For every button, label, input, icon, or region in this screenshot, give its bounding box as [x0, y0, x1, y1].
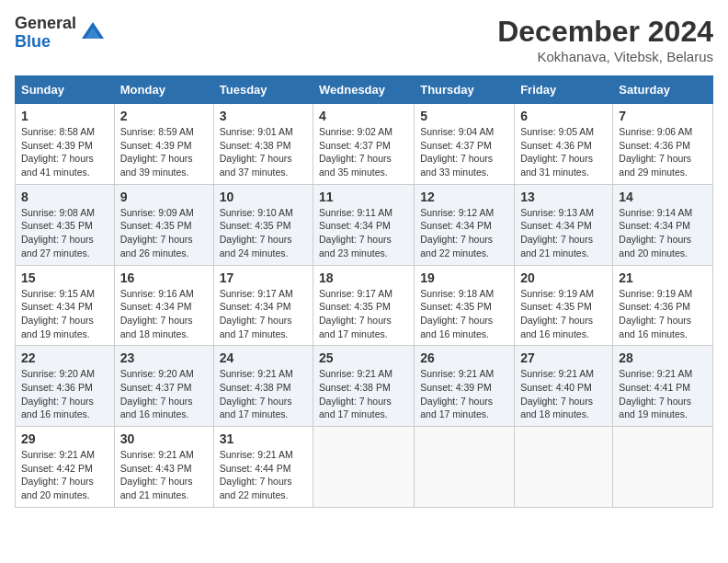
- calendar-day-cell: 14 Sunrise: 9:14 AMSunset: 4:34 PMDaylig…: [613, 184, 713, 265]
- day-info: Sunrise: 9:14 AMSunset: 4:34 PMDaylight:…: [619, 206, 707, 260]
- calendar-week-row: 29 Sunrise: 9:21 AMSunset: 4:42 PMDaylig…: [16, 427, 713, 508]
- day-info: Sunrise: 9:13 AMSunset: 4:34 PMDaylight:…: [520, 206, 607, 260]
- calendar-day-cell: 6 Sunrise: 9:05 AMSunset: 4:36 PMDayligh…: [515, 104, 613, 185]
- day-number: 13: [520, 190, 607, 204]
- page-header: General Blue December 2024 Kokhanava, Vi…: [15, 15, 713, 64]
- day-number: 6: [520, 109, 607, 123]
- title-block: December 2024 Kokhanava, Vitebsk, Belaru…: [497, 15, 713, 64]
- day-info: Sunrise: 9:04 AMSunset: 4:37 PMDaylight:…: [420, 125, 508, 179]
- day-info: Sunrise: 9:21 AMSunset: 4:44 PMDaylight:…: [220, 448, 307, 502]
- day-number: 3: [220, 109, 307, 123]
- weekday-header: Friday: [515, 76, 613, 104]
- day-number: 11: [319, 190, 408, 204]
- day-number: 24: [220, 350, 307, 365]
- weekday-header: Saturday: [613, 76, 713, 104]
- calendar-day-cell: [613, 427, 713, 508]
- logo-blue: Blue: [15, 33, 76, 52]
- logo-general: General: [15, 15, 76, 33]
- day-number: 4: [319, 109, 408, 123]
- calendar-header-row: SundayMondayTuesdayWednesdayThursdayFrid…: [16, 76, 713, 104]
- day-number: 9: [120, 190, 208, 204]
- day-info: Sunrise: 8:58 AMSunset: 4:39 PMDaylight:…: [21, 125, 108, 179]
- day-info: Sunrise: 9:10 AMSunset: 4:35 PMDaylight:…: [220, 206, 307, 260]
- day-info: Sunrise: 9:05 AMSunset: 4:36 PMDaylight:…: [520, 125, 607, 179]
- day-number: 31: [220, 431, 307, 446]
- day-number: 21: [619, 270, 707, 285]
- day-info: Sunrise: 9:17 AMSunset: 4:34 PMDaylight:…: [220, 287, 307, 341]
- calendar-day-cell: 21 Sunrise: 9:19 AMSunset: 4:36 PMDaylig…: [613, 265, 713, 346]
- day-number: 15: [21, 270, 108, 285]
- day-info: Sunrise: 9:02 AMSunset: 4:37 PMDaylight:…: [319, 125, 408, 179]
- calendar-day-cell: 3 Sunrise: 9:01 AMSunset: 4:38 PMDayligh…: [213, 104, 313, 185]
- day-number: 29: [21, 431, 108, 446]
- day-info: Sunrise: 9:21 AMSunset: 4:39 PMDaylight:…: [420, 367, 508, 421]
- calendar-day-cell: 28 Sunrise: 9:21 AMSunset: 4:41 PMDaylig…: [613, 346, 713, 427]
- calendar-day-cell: 2 Sunrise: 8:59 AMSunset: 4:39 PMDayligh…: [114, 104, 213, 185]
- day-number: 14: [619, 190, 707, 204]
- calendar-day-cell: 31 Sunrise: 9:21 AMSunset: 4:44 PMDaylig…: [213, 427, 313, 508]
- logo: General Blue: [15, 15, 106, 52]
- day-info: Sunrise: 9:21 AMSunset: 4:38 PMDaylight:…: [220, 367, 307, 421]
- day-info: Sunrise: 9:11 AMSunset: 4:34 PMDaylight:…: [319, 206, 408, 260]
- day-number: 18: [319, 270, 408, 285]
- calendar-day-cell: 5 Sunrise: 9:04 AMSunset: 4:37 PMDayligh…: [415, 104, 515, 185]
- day-number: 19: [420, 270, 508, 285]
- calendar-day-cell: 7 Sunrise: 9:06 AMSunset: 4:36 PMDayligh…: [613, 104, 713, 185]
- day-number: 26: [420, 350, 508, 365]
- day-info: Sunrise: 9:06 AMSunset: 4:36 PMDaylight:…: [619, 125, 707, 179]
- calendar-day-cell: 23 Sunrise: 9:20 AMSunset: 4:37 PMDaylig…: [114, 346, 213, 427]
- calendar-day-cell: 26 Sunrise: 9:21 AMSunset: 4:39 PMDaylig…: [415, 346, 515, 427]
- day-info: Sunrise: 9:08 AMSunset: 4:35 PMDaylight:…: [21, 206, 108, 260]
- calendar-day-cell: 11 Sunrise: 9:11 AMSunset: 4:34 PMDaylig…: [313, 184, 415, 265]
- calendar-day-cell: 8 Sunrise: 9:08 AMSunset: 4:35 PMDayligh…: [16, 184, 115, 265]
- day-info: Sunrise: 9:21 AMSunset: 4:42 PMDaylight:…: [21, 448, 108, 502]
- day-info: Sunrise: 8:59 AMSunset: 4:39 PMDaylight:…: [120, 125, 208, 179]
- weekday-header: Sunday: [16, 76, 115, 104]
- day-number: 27: [520, 350, 607, 365]
- weekday-header: Thursday: [415, 76, 515, 104]
- logo-icon: [80, 20, 106, 46]
- calendar-table: SundayMondayTuesdayWednesdayThursdayFrid…: [15, 75, 713, 508]
- calendar-day-cell: 25 Sunrise: 9:21 AMSunset: 4:38 PMDaylig…: [313, 346, 415, 427]
- calendar-day-cell: [415, 427, 515, 508]
- calendar-day-cell: 15 Sunrise: 9:15 AMSunset: 4:34 PMDaylig…: [16, 265, 115, 346]
- calendar-day-cell: 18 Sunrise: 9:17 AMSunset: 4:35 PMDaylig…: [313, 265, 415, 346]
- day-number: 2: [120, 109, 208, 123]
- calendar-day-cell: 16 Sunrise: 9:16 AMSunset: 4:34 PMDaylig…: [114, 265, 213, 346]
- day-info: Sunrise: 9:19 AMSunset: 4:36 PMDaylight:…: [619, 287, 707, 341]
- day-number: 1: [21, 109, 108, 123]
- calendar-week-row: 1 Sunrise: 8:58 AMSunset: 4:39 PMDayligh…: [16, 104, 713, 185]
- day-number: 7: [619, 109, 707, 123]
- day-info: Sunrise: 9:21 AMSunset: 4:41 PMDaylight:…: [619, 367, 707, 421]
- weekday-header: Monday: [114, 76, 213, 104]
- calendar-day-cell: 13 Sunrise: 9:13 AMSunset: 4:34 PMDaylig…: [515, 184, 613, 265]
- day-number: 25: [319, 350, 408, 365]
- calendar-day-cell: 4 Sunrise: 9:02 AMSunset: 4:37 PMDayligh…: [313, 104, 415, 185]
- day-info: Sunrise: 9:09 AMSunset: 4:35 PMDaylight:…: [120, 206, 208, 260]
- day-number: 30: [120, 431, 208, 446]
- day-number: 10: [220, 190, 307, 204]
- day-number: 5: [420, 109, 508, 123]
- weekday-header: Wednesday: [313, 76, 415, 104]
- calendar-day-cell: 9 Sunrise: 9:09 AMSunset: 4:35 PMDayligh…: [114, 184, 213, 265]
- day-info: Sunrise: 9:01 AMSunset: 4:38 PMDaylight:…: [220, 125, 307, 179]
- calendar-day-cell: 30 Sunrise: 9:21 AMSunset: 4:43 PMDaylig…: [114, 427, 213, 508]
- location: Kokhanava, Vitebsk, Belarus: [497, 49, 713, 64]
- day-info: Sunrise: 9:17 AMSunset: 4:35 PMDaylight:…: [319, 287, 408, 341]
- calendar-day-cell: 22 Sunrise: 9:20 AMSunset: 4:36 PMDaylig…: [16, 346, 115, 427]
- day-info: Sunrise: 9:21 AMSunset: 4:40 PMDaylight:…: [520, 367, 607, 421]
- day-info: Sunrise: 9:21 AMSunset: 4:43 PMDaylight:…: [120, 448, 208, 502]
- calendar-day-cell: 12 Sunrise: 9:12 AMSunset: 4:34 PMDaylig…: [415, 184, 515, 265]
- weekday-header: Tuesday: [213, 76, 313, 104]
- day-info: Sunrise: 9:20 AMSunset: 4:37 PMDaylight:…: [120, 367, 208, 421]
- calendar-day-cell: 19 Sunrise: 9:18 AMSunset: 4:35 PMDaylig…: [415, 265, 515, 346]
- calendar-day-cell: 27 Sunrise: 9:21 AMSunset: 4:40 PMDaylig…: [515, 346, 613, 427]
- day-info: Sunrise: 9:18 AMSunset: 4:35 PMDaylight:…: [420, 287, 508, 341]
- calendar-day-cell: [515, 427, 613, 508]
- day-number: 16: [120, 270, 208, 285]
- day-info: Sunrise: 9:21 AMSunset: 4:38 PMDaylight:…: [319, 367, 408, 421]
- month-title: December 2024: [497, 15, 713, 49]
- calendar-week-row: 22 Sunrise: 9:20 AMSunset: 4:36 PMDaylig…: [16, 346, 713, 427]
- day-number: 23: [120, 350, 208, 365]
- calendar-day-cell: 17 Sunrise: 9:17 AMSunset: 4:34 PMDaylig…: [213, 265, 313, 346]
